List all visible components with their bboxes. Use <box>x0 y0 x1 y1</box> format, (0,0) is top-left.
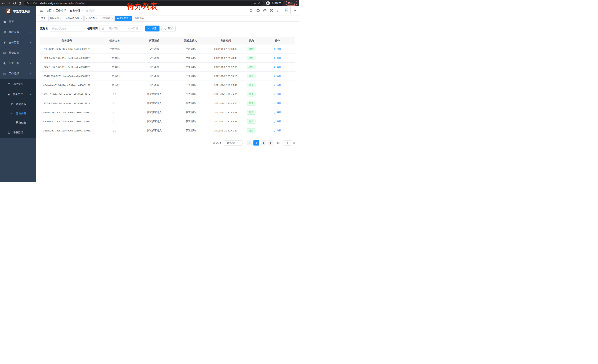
cell-task-id: 73211d9d-7b9b-11ec-b5b7-acde48001122 <box>40 48 93 50</box>
cell-actions: 审批 <box>259 83 295 87</box>
close-icon[interactable]: × <box>112 17 113 19</box>
page-size-select[interactable]: 10条/页 <box>224 140 242 146</box>
cell-task-id: 75d72608-7b7f-11ec-a3c8-acde48001122 <box>40 75 93 78</box>
sidebar-item-workflow[interactable]: 工作流程 <box>0 68 36 79</box>
tag-my-process[interactable]: 我的流程× <box>100 16 114 21</box>
edit-pencil-icon <box>274 57 276 59</box>
edit-pencil-icon <box>274 48 276 50</box>
next-page-button[interactable] <box>268 140 273 146</box>
approve-button[interactable]: 审批 <box>274 129 281 132</box>
cell-created: 2022-01-22 23:53:32 <box>208 48 243 50</box>
approve-button[interactable]: 审批 <box>274 111 281 114</box>
cell-status: 激活 <box>243 65 259 69</box>
close-icon[interactable]: × <box>130 17 131 19</box>
chevron-down-icon <box>238 142 240 144</box>
home-icon[interactable] <box>18 2 22 5</box>
sidebar-item-payment[interactable]: ¥ 支付管理 <box>0 37 36 48</box>
cell-process: OA 请假 <box>136 47 173 50</box>
cell-status: 激活 <box>243 119 259 124</box>
approve-button[interactable]: 审批 <box>274 47 281 50</box>
goto-page-input[interactable] <box>283 140 291 146</box>
status-badge: 激活 <box>247 65 256 69</box>
app-window: 芋道管理系统 首页 系统管理 ¥ 支付管理 <box>0 6 299 182</box>
cell-created: 2022-01-22 21:37:30 <box>208 66 243 68</box>
workflow-submenu: 流程管理 任务管理 我的流程 <box>0 79 36 138</box>
prev-page-button[interactable] <box>247 140 252 146</box>
eye-icon <box>10 112 14 115</box>
back-icon[interactable] <box>2 2 5 5</box>
range-separator: - <box>123 27 124 30</box>
update-label: 更新 <box>288 1 293 5</box>
tag-process-form-edit[interactable]: 流程表单-编辑× <box>64 16 83 21</box>
chevron-down-icon <box>30 52 32 54</box>
tag-done-tasks[interactable]: 已办任务× <box>84 16 99 21</box>
sidebar-item-my-process[interactable]: 我的流程 <box>0 100 36 109</box>
tag-start-process[interactable]: 发起流程× <box>48 16 63 21</box>
close-icon[interactable]: × <box>81 17 82 19</box>
approve-button[interactable]: 审批 <box>274 83 281 87</box>
close-icon[interactable]: × <box>145 17 146 19</box>
sidebar-item-home[interactable]: 首页 <box>0 17 36 27</box>
sidebar-item-devtools[interactable]: 研发工具 <box>0 58 36 68</box>
table-row: 75d72608-7b7f-11ec-a3c8-acde48001122 一级审… <box>40 72 295 81</box>
search-icon[interactable] <box>249 9 253 13</box>
approve-button[interactable]: 审批 <box>274 74 281 78</box>
tags-view: 首页 发起流程× 流程表单-编辑× 已办任务× 我的流程× 待办任务× 流程详情… <box>36 15 299 22</box>
reset-button[interactable]: 重置 <box>161 25 176 32</box>
cell-actions: 审批 <box>259 56 295 60</box>
approve-button[interactable]: 审批 <box>274 65 281 69</box>
tag-todo-tasks[interactable]: 待办任务× <box>116 16 132 21</box>
site-security-chip[interactable]: 不安全 <box>26 2 37 5</box>
cell-actions: 审批 <box>259 93 295 96</box>
github-icon[interactable] <box>256 9 260 13</box>
close-icon[interactable]: × <box>60 17 61 19</box>
sidebar-item-todo-tasks[interactable]: 待办任务 <box>0 109 36 118</box>
help-icon[interactable] <box>263 9 267 13</box>
sidebar-item-process-management[interactable]: 流程管理 <box>0 79 36 89</box>
reload-icon[interactable] <box>13 2 16 5</box>
column-header-task-name: 任务名称 <box>93 39 136 42</box>
password-key-icon[interactable] <box>253 2 256 5</box>
sidebar-item-done-tasks[interactable]: 已办任务 <box>0 118 36 127</box>
todo-task-table: 任务编号 任务名称 所属流程 流程发起人 创建时间 状态 操作 73211d9d… <box>40 37 295 135</box>
sidebar-item-infrastructure[interactable]: 基础设施 <box>0 48 36 58</box>
approve-button[interactable]: 审批 <box>274 102 281 105</box>
status-badge: 激活 <box>247 83 256 87</box>
approve-button[interactable]: 审批 <box>274 56 281 60</box>
tag-home[interactable]: 首页 <box>40 16 47 21</box>
date-range-picker[interactable]: 开始日期 - 结束日期 <box>100 25 143 32</box>
incognito-badge: 无痕模式 <box>265 0 283 6</box>
url-text[interactable]: dashboard.yudao.iocoder.cn/bpm/task/todo <box>40 2 86 5</box>
cell-starter: 芋道源码 <box>173 102 208 105</box>
chevron-down-icon <box>30 31 32 33</box>
sidebar-item-leave-query[interactable]: 请假查询 <box>0 127 36 138</box>
forward-icon[interactable] <box>8 2 11 5</box>
cell-starter: 芋道源码 <box>173 111 208 114</box>
pagination: 共 16 条 10条/页 1 2 前往 页 <box>40 140 295 151</box>
avatar-caret-icon[interactable] <box>294 10 296 11</box>
sidebar-item-task-management[interactable]: 任务管理 <box>0 89 36 100</box>
sidebar-logo[interactable]: 芋道管理系统 <box>0 6 36 17</box>
browser-menu-icon[interactable] <box>294 2 295 5</box>
fullscreen-icon[interactable] <box>270 9 274 13</box>
approve-button[interactable]: 审批 <box>274 120 281 123</box>
breadcrumb-task-management[interactable]: 任务管理 <box>70 9 80 12</box>
font-size-icon[interactable]: TT <box>277 9 281 13</box>
breadcrumb-workflow[interactable]: 工作流程 <box>56 9 66 12</box>
process-name-input[interactable] <box>50 25 84 32</box>
cell-actions: 审批 <box>259 74 295 78</box>
search-button[interactable]: 搜索 <box>145 25 159 32</box>
page-button-2[interactable]: 2 <box>261 140 266 146</box>
bookmark-star-icon[interactable] <box>258 2 261 5</box>
browser-update-button[interactable]: 更新 <box>286 1 297 6</box>
approve-button[interactable]: 审批 <box>274 93 281 96</box>
breadcrumb-home[interactable]: 首页 <box>46 9 51 12</box>
sidebar-item-system[interactable]: 系统管理 <box>0 27 36 37</box>
user-avatar[interactable] <box>284 7 291 14</box>
close-icon[interactable]: × <box>96 17 97 19</box>
sidebar-collapse-icon[interactable] <box>40 9 43 13</box>
tag-process-detail[interactable]: 流程详情× <box>133 16 148 21</box>
tag-label: 发起流程 <box>50 17 59 20</box>
cell-created: 2022-01-21 22:42:23 <box>208 120 243 123</box>
page-button-1[interactable]: 1 <box>253 140 259 146</box>
